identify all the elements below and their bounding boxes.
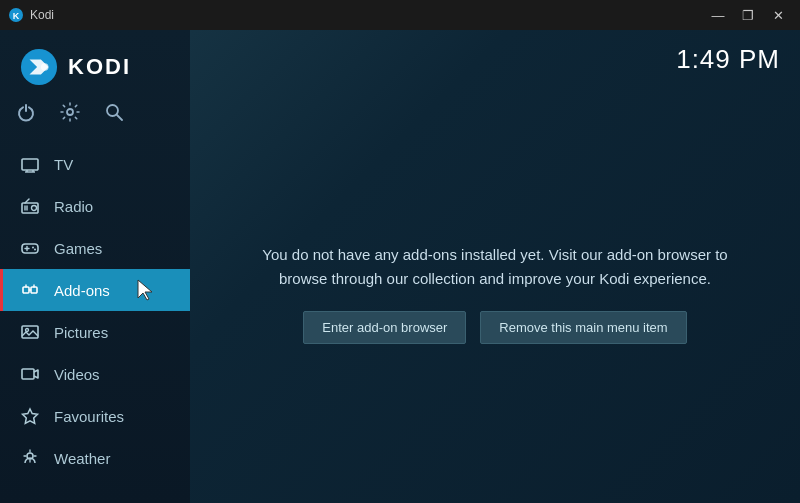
sidebar-nav: TV Radio [0,143,190,503]
sidebar-item-tv[interactable]: TV [0,143,190,185]
sidebar-item-games[interactable]: Games [0,227,190,269]
settings-icon[interactable] [60,102,80,127]
minimize-button[interactable]: — [704,4,732,26]
remove-menu-item-button[interactable]: Remove this main menu item [480,311,686,344]
sidebar-item-videos-label: Videos [54,366,100,383]
svg-rect-23 [31,287,37,293]
sidebar-item-pictures-label: Pictures [54,324,108,341]
titlebar-controls: — ❐ ✕ [704,4,792,26]
sidebar-item-addons[interactable]: Add-ons [0,269,190,311]
svg-point-28 [26,329,29,332]
addon-message: You do not have any add-ons installed ye… [250,243,740,291]
svg-point-4 [41,63,49,71]
maximize-button[interactable]: ❐ [734,4,762,26]
content-area: You do not have any add-ons installed ye… [190,83,800,503]
games-icon [20,238,40,258]
kodi-wordmark: KODI [68,54,131,80]
close-button[interactable]: ✕ [764,4,792,26]
sidebar-item-tv-label: TV [54,156,73,173]
kodi-icon-small: K [8,7,24,23]
svg-point-20 [32,247,34,249]
kodi-logo [20,48,58,86]
svg-marker-30 [23,409,38,423]
sidebar-item-weather-label: Weather [54,450,110,467]
sidebar-item-favourites-label: Favourites [54,408,124,425]
titlebar-left: K Kodi [8,7,54,23]
favourites-icon [20,406,40,426]
svg-point-13 [32,206,37,211]
svg-rect-27 [22,326,38,338]
svg-rect-29 [22,369,34,379]
addon-buttons: Enter add-on browser Remove this main me… [303,311,686,344]
enter-addon-browser-button[interactable]: Enter add-on browser [303,311,466,344]
main-content: 1:49 PM You do not have any add-ons inst… [190,30,800,503]
power-icon[interactable] [16,102,36,127]
svg-point-21 [34,249,36,251]
tv-icon [20,154,40,174]
svg-rect-22 [23,287,29,293]
titlebar: K Kodi — ❐ ✕ [0,0,800,30]
addons-icon [20,280,40,300]
sidebar-header: KODI [0,30,190,98]
svg-point-5 [67,109,73,115]
search-icon[interactable] [104,102,124,127]
sidebar-item-addons-label: Add-ons [54,282,110,299]
svg-text:K: K [13,11,20,21]
svg-rect-8 [22,159,38,170]
sidebar-item-favourites[interactable]: Favourites [0,395,190,437]
app: KODI [0,30,800,503]
pictures-icon [20,322,40,342]
videos-icon [20,364,40,384]
sidebar: KODI [0,30,190,503]
sidebar-item-radio[interactable]: Radio [0,185,190,227]
svg-point-6 [107,105,118,116]
weather-icon [20,448,40,468]
titlebar-title: Kodi [30,8,54,22]
radio-icon [20,196,40,216]
sidebar-item-radio-label: Radio [54,198,93,215]
clock: 1:49 PM [676,44,780,75]
svg-line-7 [117,115,122,120]
sidebar-item-games-label: Games [54,240,102,257]
sidebar-item-videos[interactable]: Videos [0,353,190,395]
sidebar-item-weather[interactable]: Weather [0,437,190,479]
topbar: 1:49 PM [190,30,800,83]
sidebar-item-pictures[interactable]: Pictures [0,311,190,353]
sidebar-icons-row [0,98,190,143]
